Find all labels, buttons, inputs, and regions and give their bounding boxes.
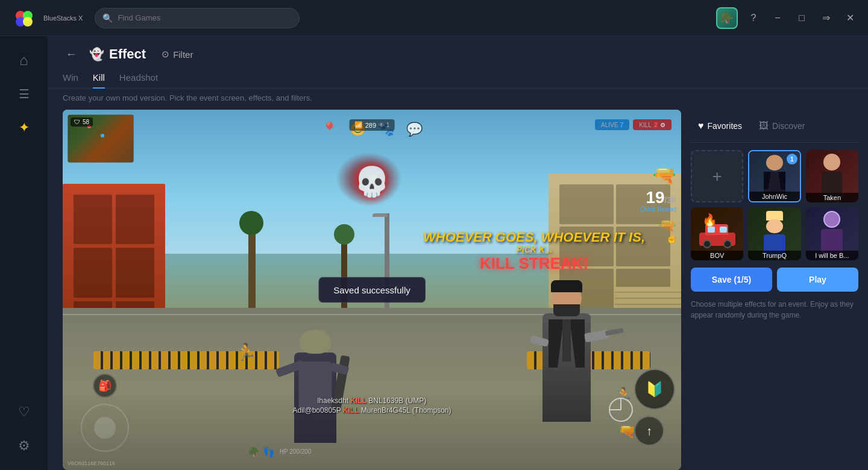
john-wick-character [524, 265, 609, 422]
main-layout: ⌂ ☰ ✦ ♡ ⚙ ← 👻 Effect ⊙ Filter Win Kill H… [0, 36, 868, 470]
tab-kill[interactable]: Kill [93, 67, 105, 89]
event-tabs: Win Kill Headshot [48, 67, 868, 89]
bottom-code: V6O6d116E760116 [68, 460, 115, 466]
run-icon: 🏃 [236, 342, 257, 362]
joystick-outer[interactable] [81, 404, 129, 452]
save-button[interactable]: Save (1/5) [691, 268, 772, 292]
help-button[interactable]: ? [745, 10, 762, 27]
inventory-button[interactable]: 🎒 [93, 374, 117, 398]
sidebar-item-settings[interactable]: ⚙ [10, 431, 39, 460]
alive-kill-stats: ALIVE 7 KILL 2 ⚙ [595, 119, 671, 130]
app-brand: BlueStacks X [43, 14, 83, 22]
add-effect-button[interactable]: + [691, 150, 743, 202]
tab-headshot[interactable]: Headshot [119, 67, 158, 89]
page-header: ← 👻 Effect ⊙ Filter [48, 36, 868, 67]
close-button[interactable]: ✕ [841, 10, 858, 27]
trumpq-label: TrumpQ [748, 251, 800, 260]
johnwick-badge: 1 [787, 154, 797, 164]
page-title: Effect [109, 46, 146, 62]
sidebar-item-home[interactable]: ⌂ [10, 46, 39, 75]
titlebar: BlueStacks X 🔍 🪖 ? − □ ⇒ ✕ [0, 0, 868, 36]
plus-icon: + [712, 167, 722, 186]
iwillbe-label: I will be B... [806, 251, 858, 260]
content-body: 💀 WHOEVER GOES, WHOEVER IT IS, PICK K...… [48, 110, 868, 470]
filter-icon: ⊙ [162, 49, 169, 60]
maximize-button[interactable]: □ [793, 10, 810, 27]
app-logo [10, 4, 39, 33]
panel-actions: Save (1/5) Play [691, 268, 858, 292]
effect-bov[interactable]: 🔥 BOV [691, 207, 743, 260]
search-input[interactable] [118, 13, 292, 22]
panel-tabs: ♥ Favorites 🖼 Discover [691, 110, 858, 143]
minimap: 🛡58 [68, 114, 134, 163]
tab-discover[interactable]: 🖼 Discover [752, 117, 812, 135]
search-bar[interactable]: 🔍 [95, 8, 300, 28]
jump-button[interactable]: ↑ [634, 416, 664, 446]
right-panel: ♥ Favorites 🖼 Discover + [681, 110, 868, 470]
player-character [285, 322, 345, 443]
hp-icons: 🪖👣 [248, 446, 275, 458]
avatar[interactable]: 🪖 [716, 7, 738, 29]
effect-trumpq[interactable]: TrumpQ [748, 207, 800, 260]
sidebar: ⌂ ☰ ✦ ♡ ⚙ [0, 36, 48, 470]
tab-favorites[interactable]: ♥ Favorites [691, 117, 749, 135]
crosshair [609, 398, 633, 422]
whoever-text: WHOEVER GOES, WHOEVER IT IS, [423, 230, 645, 245]
chat-icon: 💬 [406, 122, 423, 137]
hp-bar: 🪖👣 HP 200/200 [248, 446, 558, 458]
panel-description: Choose multiple effects for an event. En… [691, 299, 858, 321]
map-icon: 📍 [321, 122, 338, 137]
minimize-button[interactable]: − [769, 10, 786, 27]
center-signal: 📶289👁 1 [350, 119, 395, 131]
titlebar-controls: 🪖 ? − □ ⇒ ✕ [716, 7, 858, 29]
effect-taken[interactable]: Taken [806, 150, 858, 202]
skull-effect: 💀 [348, 158, 396, 206]
game-background: 💀 WHOEVER GOES, WHOEVER IT IS, PICK K...… [63, 110, 681, 470]
joystick[interactable] [81, 404, 129, 452]
effect-johnwick[interactable]: JohnWic 1 [748, 150, 800, 202]
favorites-heart-icon: ♥ [698, 121, 704, 131]
tab-description: Create your own mod version. Pick the ev… [48, 89, 868, 110]
play-button[interactable]: Play [777, 268, 858, 292]
kill-feed-2: Adil@bo0805P KILL MurenBr4G45L (Thompson… [293, 406, 451, 415]
search-icon: 🔍 [102, 13, 113, 23]
page-title-icon: 👻 [89, 47, 104, 61]
joystick-inner[interactable] [94, 417, 116, 439]
action-buttons: 🔰 ↑ [634, 369, 675, 446]
prone-icon[interactable]: 🔫 [618, 423, 636, 440]
effect-iwillbe[interactable]: I will be B... [806, 207, 858, 260]
filter-label: Filter [173, 49, 193, 60]
hp-text: HP 200/200 [280, 448, 558, 455]
effect-grid: + [691, 150, 858, 260]
minimap-player-dot [101, 134, 104, 137]
back-button[interactable]: ← [63, 46, 80, 63]
svg-point-4 [23, 17, 33, 27]
tab-win[interactable]: Win [63, 67, 78, 89]
content-area: ← 👻 Effect ⊙ Filter Win Kill Headshot Cr… [48, 36, 868, 470]
taken-label: Taken [806, 193, 858, 202]
forward-button[interactable]: ⇒ [817, 10, 834, 27]
sidebar-item-favorites[interactable]: ♡ [10, 398, 39, 427]
kill-feed-1: lhaeksdht KILL BNL1639B (UMP) [293, 396, 451, 405]
ammo-display: 🔫 19/30 Quick Reload 🔫 ✊ [640, 164, 676, 244]
bov-label: BOV [691, 251, 743, 260]
sidebar-item-library[interactable]: ☰ [10, 80, 39, 108]
johnwick-label: JohnWic [749, 192, 799, 201]
game-hud-top: 🛡58 📍 😊 🐾 💬 [68, 114, 676, 163]
kill-feed: lhaeksdht KILL BNL1639B (UMP) Adil@bo080… [293, 396, 451, 416]
discover-icon: 🖼 [759, 121, 769, 131]
page-title-container: 👻 Effect [89, 46, 146, 62]
saved-notification: Saved successfully [318, 277, 426, 303]
score-badge: 🛡58 [71, 118, 93, 127]
game-preview: 💀 WHOEVER GOES, WHOEVER IT IS, PICK K...… [63, 110, 681, 470]
shoot-button[interactable]: 🔰 [634, 369, 675, 410]
sidebar-item-effects[interactable]: ✦ [10, 113, 39, 142]
filter-button[interactable]: ⊙ Filter [156, 46, 199, 62]
